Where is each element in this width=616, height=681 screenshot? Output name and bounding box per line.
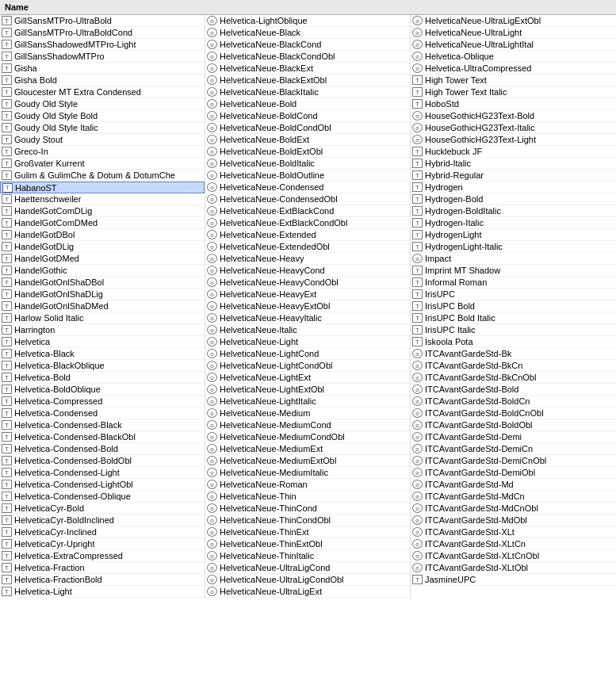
font-list-item[interactable]: THydrogenLight [411, 229, 616, 241]
font-list-item[interactable]: THelveticaCyr-Inclined [0, 526, 205, 538]
font-list-item[interactable]: oHelveticaNeue-BoldExtObl [205, 146, 410, 158]
font-list-item[interactable]: THarrington [0, 324, 205, 336]
font-list-item[interactable]: oHelveticaNeue-ExtendedObl [205, 241, 410, 253]
font-list-item[interactable]: THydrogen-Italic [411, 217, 616, 229]
font-list-item[interactable]: TIrisUPC [411, 289, 616, 300]
font-list-item[interactable]: oITCAvantGardeStd-XLtCn [411, 538, 616, 550]
font-list-item[interactable]: TGoudy Old Style [0, 98, 205, 110]
font-list-item[interactable]: oHelveticaNeue-BlackExtObl [205, 75, 410, 86]
font-list-item[interactable]: oHelveticaNeue-MediumCondObl [205, 431, 410, 443]
font-list-item[interactable]: THelveticaCyr-Bold [0, 503, 205, 515]
font-list-item[interactable]: oITCAvantGardeStd-DemiCn [411, 443, 616, 455]
font-list-item[interactable]: THelvetica-Condensed-LightObl [0, 479, 205, 491]
font-list-item[interactable]: oHelveticaNeue-HeavyItalic [205, 312, 410, 324]
font-list-item[interactable]: THelvetica-Condensed-Light [0, 467, 205, 479]
font-list-item[interactable]: oITCAvantGardeStd-BoldObl [411, 419, 616, 431]
font-list-item[interactable]: THandelGotOnlShaDLig [0, 289, 205, 300]
font-list-item[interactable]: oHelveticaNeue-BoldItalic [205, 158, 410, 170]
font-list-item[interactable]: oHelveticaNeue-UltraLigExt [205, 586, 410, 598]
font-list-item[interactable]: TGloucester MT Extra Condensed [0, 86, 205, 98]
font-list-item[interactable]: oHelveticaNeue-ThinCondObl [205, 515, 410, 526]
font-list-item[interactable]: oITCAvantGardeStd-MdCnObl [411, 503, 616, 515]
font-list-item[interactable]: THydrogen [411, 182, 616, 193]
font-list-item[interactable]: oHelvetica-LightOblique [205, 15, 410, 27]
font-list-item[interactable]: THydrogen-BoldItalic [411, 205, 616, 217]
font-list-item[interactable]: oITCAvantGardeStd-Bk [411, 348, 616, 360]
font-list-item[interactable]: THabanoST [0, 182, 205, 193]
font-list-item[interactable]: THandelGotComDLig [0, 205, 205, 217]
font-list-item[interactable]: THelvetica-Condensed-BoldObl [0, 455, 205, 467]
font-list-item[interactable]: oHelveticaNeue-BlackCond [205, 39, 410, 51]
font-list-item[interactable]: TIrisUPC Bold [411, 300, 616, 312]
font-list-item[interactable]: oHelveticaNeue-ThinItalic [205, 550, 410, 562]
font-list-item[interactable]: oHelveticaNeue-LightCond [205, 348, 410, 360]
font-list-item[interactable]: THelvetica-BlackOblique [0, 360, 205, 372]
font-list-item[interactable]: oHelveticaNeue-MediumItalic [205, 467, 410, 479]
font-list-item[interactable]: oHelveticaNeue-BlackExt [205, 63, 410, 75]
font-list-item[interactable]: oHelveticaNeue-Extended [205, 229, 410, 241]
font-list-item[interactable]: THelvetica-Condensed [0, 407, 205, 419]
font-list-item[interactable]: THandelGotComDMed [0, 217, 205, 229]
font-list-item[interactable]: oImpact [411, 253, 616, 265]
font-list-item[interactable]: THelvetica-Light [0, 586, 205, 598]
font-list-item[interactable]: oHelveticaNeue-HeavyExt [205, 289, 410, 300]
font-list-item[interactable]: oITCAvantGardeStd-Demi [411, 431, 616, 443]
font-list-item[interactable]: THandelGothic [0, 265, 205, 277]
font-list-item[interactable]: oHelveticaNeue-LightItalic [205, 396, 410, 407]
font-list-item[interactable]: oHelveticaNeue-ThinExt [205, 526, 410, 538]
font-list-item[interactable]: oHelvetica-Oblique [411, 51, 616, 63]
font-list-item[interactable]: TGillSansMTPro-UltraBold [0, 15, 205, 27]
font-list-item[interactable]: oHelveticaNeue-BoldCondObl [205, 122, 410, 134]
font-list-item[interactable]: oHelveticaNeue-Condensed [205, 182, 410, 193]
font-list-item[interactable]: THydrogenLight-Italic [411, 241, 616, 253]
font-list-item[interactable]: oHelveticaNeue-Bold [205, 98, 410, 110]
font-list-item[interactable]: TGisha [0, 63, 205, 75]
font-list-item[interactable]: THelvetica-Condensed-Black [0, 419, 205, 431]
font-list-item[interactable]: TIskoola Pota [411, 336, 616, 348]
font-list-item[interactable]: THelvetica-FractionBold [0, 574, 205, 586]
font-list-item[interactable]: oHelveticaNeue-ExtBlackCond [205, 205, 410, 217]
font-list-item[interactable]: TGillSansShadowMTPro [0, 51, 205, 63]
font-list-item[interactable]: oHelveticaNeue-ThinExtObl [205, 538, 410, 550]
font-list-item[interactable]: oITCAvantGardeStd-XLt [411, 526, 616, 538]
font-list-item[interactable]: TIrisUPC Bold Italic [411, 312, 616, 324]
font-list-item[interactable]: oITCAvantGardeStd-XLtObl [411, 562, 616, 574]
font-list-item[interactable]: oHelveticaNeue-ThinCond [205, 503, 410, 515]
font-list-item[interactable]: TGillSansShadowedMTPro-Light [0, 39, 205, 51]
font-list-item[interactable]: oHelveticaNeue-HeavyCond [205, 265, 410, 277]
font-list-item[interactable]: THandelGotDLig [0, 241, 205, 253]
font-list-item[interactable]: oHelveticaNeue-LightExtObl [205, 384, 410, 396]
font-list-item[interactable]: oITCAvantGardeStd-DemiObl [411, 467, 616, 479]
font-list-item[interactable]: oHelvetica-UltraCompressed [411, 63, 616, 75]
font-list-item[interactable]: THigh Tower Text Italic [411, 86, 616, 98]
font-list-item[interactable]: oHelveticaNeue-UltraLight [411, 27, 616, 39]
font-list-item[interactable]: THandelGotDBol [0, 229, 205, 241]
font-list-item[interactable]: oHelveticaNeue-MediumExt [205, 443, 410, 455]
font-list-item[interactable]: THelvetica [0, 336, 205, 348]
font-list-item[interactable]: oHelveticaNeue-HeavyExtObl [205, 300, 410, 312]
font-list-item[interactable]: THydrogen-Bold [411, 193, 616, 205]
font-list-item[interactable]: oHouseGothicHG23Text-Italic [411, 122, 616, 134]
font-list-item[interactable]: THelvetica-ExtraCompressed [0, 550, 205, 562]
font-list-item[interactable]: oITCAvantGardeStd-MdCn [411, 491, 616, 503]
font-list-item[interactable]: oHelveticaNeue-BlackItalic [205, 86, 410, 98]
font-list-item[interactable]: THandelGotOnlShaDMed [0, 300, 205, 312]
font-list-item[interactable]: THaettenschweiler [0, 193, 205, 205]
font-list-item[interactable]: THelveticaCyr-BoldInclined [0, 515, 205, 526]
font-list-item[interactable]: oITCAvantGardeStd-BkCnObl [411, 372, 616, 384]
font-list-item[interactable]: THelvetica-Black [0, 348, 205, 360]
font-list-item[interactable]: TIrisUPC Italic [411, 324, 616, 336]
font-list-item[interactable]: THybrid-Regular [411, 170, 616, 182]
font-list-item[interactable]: THelvetica-Condensed-Oblique [0, 491, 205, 503]
font-list-item[interactable]: oITCAvantGardeStd-XLtCnObl [411, 550, 616, 562]
font-list-item[interactable]: TGillSansMTPro-UltraBoldCond [0, 27, 205, 39]
font-list-item[interactable]: oHouseGothicHG23Text-Bold [411, 110, 616, 122]
font-list-item[interactable]: oHelveticaNeue-ExtBlackCondObl [205, 217, 410, 229]
font-list-item[interactable]: TJasmineUPC [411, 574, 616, 586]
font-list-item[interactable]: oHelveticaNeue-UltraLightItal [411, 39, 616, 51]
font-list-item[interactable]: oITCAvantGardeStd-Md [411, 479, 616, 491]
font-list-item[interactable]: oHelveticaNeue-MediumCond [205, 419, 410, 431]
font-list-item[interactable]: oHelveticaNeue-CondensedObl [205, 193, 410, 205]
font-list-item[interactable]: THelvetica-Condensed-BlackObl [0, 431, 205, 443]
font-list-item[interactable]: THigh Tower Text [411, 75, 616, 86]
